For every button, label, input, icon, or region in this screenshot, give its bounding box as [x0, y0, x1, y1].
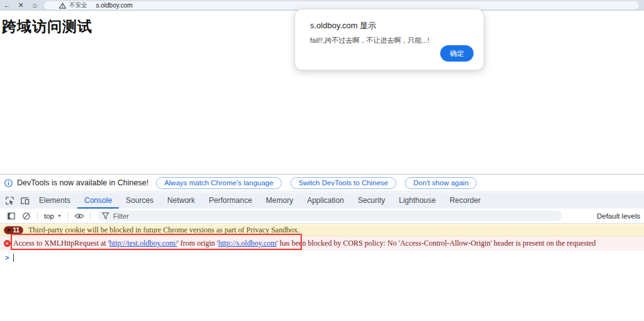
page-title: 跨域访问测试: [2, 17, 92, 36]
tab-performance[interactable]: Performance: [202, 192, 259, 209]
warning-count: 11: [13, 227, 19, 234]
alert-dialog: s.oldboy.com 显示 fail!!,跨不过去啊，不让进去啊，只能...…: [294, 9, 484, 70]
text-cursor: [13, 254, 14, 262]
tab-memory[interactable]: Memory: [259, 192, 300, 209]
close-icon[interactable]: ✕: [14, 0, 28, 11]
tab-sources[interactable]: Sources: [119, 192, 160, 209]
error-link-s-oldboy[interactable]: http://s.oldboy.com: [218, 239, 277, 248]
console-prompt-chevron-icon: >: [5, 254, 9, 261]
inspect-element-icon[interactable]: [2, 192, 17, 209]
infobar-message: DevTools is now available in Chinese!: [17, 178, 148, 187]
tab-console[interactable]: Console: [77, 192, 119, 209]
console-error-row: ✕ Access to XMLHttpRequest at 'http://te…: [0, 236, 644, 251]
devtools-language-infobar: DevTools is now available in Chinese! Al…: [0, 175, 644, 192]
switch-devtools-chinese-button[interactable]: Switch DevTools to Chinese: [291, 177, 397, 189]
error-icon: ✕: [4, 240, 11, 247]
tab-lighthouse[interactable]: Lighthouse: [392, 192, 443, 209]
error-text-2: ' from origin ': [177, 239, 218, 248]
filter-funnel-icon: [102, 212, 109, 219]
devtools-panel: DevTools is now available in Chinese! Al…: [0, 174, 644, 321]
warning-group-badge[interactable]: ▶ 11: [4, 226, 23, 234]
security-label: 不安全: [69, 1, 87, 9]
tab-security[interactable]: Security: [351, 192, 392, 209]
tab-network[interactable]: Network: [160, 192, 202, 209]
url-text[interactable]: s.oldboy.com: [96, 2, 133, 9]
not-secure-warning-icon: [59, 3, 66, 9]
console-filter-field[interactable]: [97, 210, 562, 221]
tab-application[interactable]: Application: [300, 192, 351, 209]
dont-show-again-button[interactable]: Don't show again: [405, 177, 477, 189]
alert-dialog-title: s.oldboy.com 显示: [310, 20, 376, 31]
filter-input[interactable]: [113, 212, 557, 220]
console-warning-row: ▶ 11 Third-party cookie will be blocked …: [0, 224, 644, 236]
toolbar-divider: [68, 212, 69, 220]
info-icon: [4, 179, 13, 187]
error-text-1: Access to XMLHttpRequest at ': [13, 239, 109, 248]
tab-elements[interactable]: Elements: [32, 192, 77, 209]
console-sidebar-icon[interactable]: [4, 212, 19, 220]
error-text-3: ' has been blocked by CORS policy: No 'A…: [277, 239, 596, 248]
warning-text: Third-party cookie will be blocked in fu…: [28, 226, 299, 235]
clear-console-icon[interactable]: [19, 212, 34, 220]
live-expression-eye-icon[interactable]: [72, 212, 87, 220]
error-link-test-oldboy[interactable]: http://test.oldboy.com/: [109, 239, 177, 248]
device-toolbar-icon[interactable]: [17, 192, 32, 209]
alert-dialog-message: fail!!,跨不过去啊，不让进去啊，只能...!: [310, 36, 429, 45]
always-match-language-button[interactable]: Always match Chrome's language: [156, 177, 282, 189]
devtools-tabbar: Elements Console Sources Network Perform…: [0, 192, 644, 209]
default-levels-dropdown[interactable]: Default levels: [597, 212, 640, 220]
javascript-context-dropdown[interactable]: top ▼: [41, 212, 65, 220]
browser-window: ← ✕ ⌂ 不安全 s.oldboy.com 跨域访问测试 s.oldboy.c…: [0, 0, 644, 321]
toolbar-divider: [90, 212, 91, 220]
back-icon[interactable]: ←: [0, 0, 14, 11]
chevron-down-icon: ▼: [57, 214, 62, 218]
context-label: top: [44, 212, 54, 220]
expand-triangle-icon: ▶: [8, 227, 11, 232]
tab-recorder[interactable]: Recorder: [443, 192, 487, 209]
alert-ok-button[interactable]: 确定: [440, 45, 474, 62]
toolbar-divider: [37, 212, 38, 220]
console-toolbar: top ▼ Default levels: [0, 209, 644, 224]
console-prompt-row[interactable]: >: [0, 251, 644, 264]
home-icon[interactable]: ⌂: [28, 0, 42, 11]
console-messages: ▶ 11 Third-party cookie will be blocked …: [0, 224, 644, 321]
